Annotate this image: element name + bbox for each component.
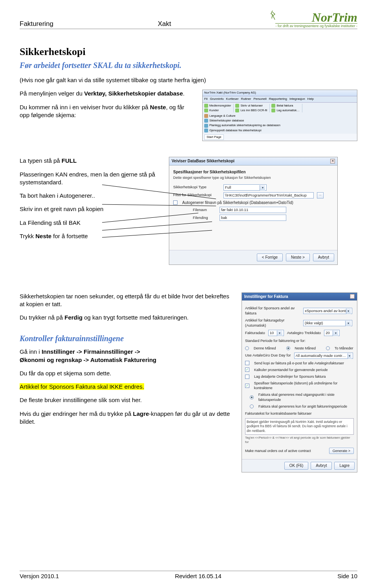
cancel-button[interactable]: Avbryt	[313, 254, 334, 261]
wizard-subheading: Spesifikasjoner for Sikkerhetskopifilen	[173, 169, 333, 175]
chk-sendcopy[interactable]	[245, 361, 249, 365]
useagd-label: Use AvtaleGiro Due Day for	[245, 353, 291, 358]
line-5: La Filending stå til BAK	[20, 219, 161, 227]
logo: NorTrim - for drift av treningssentere o…	[275, 12, 357, 28]
logo-tagline: - for drift av treningssentere og fysika…	[275, 23, 357, 28]
text-label: Fakturatekst for kontraktsbaserte faktur…	[245, 411, 354, 416]
para-6: Gå inn i Innstillinger -> Firmainnstilli…	[20, 348, 234, 364]
footer-page: Side 10	[337, 573, 357, 579]
screenshot-ribbon: NorTrim Xakt (NorTrim Company AS) FilGru…	[202, 90, 357, 141]
line-1: La typen stå på FULL	[20, 157, 161, 165]
ribbon-title: NorTrim Xakt (NorTrim Company AS)	[203, 90, 357, 96]
subtitle: Før arbeidet fortsetter SKAL du ta sikke…	[20, 60, 357, 71]
para-4: Sikkerhetskopien tar noen sekunder, og e…	[20, 292, 234, 309]
path-label: Filsti for Sikkerhetskopi	[173, 193, 220, 198]
filending-input[interactable]: bak	[220, 215, 286, 221]
page-footer: Versjon 2010.1 Revidert 16.05.14 Side 10	[20, 571, 357, 579]
para-8: Artikkel for Sponsors Faktura skal IKKE …	[20, 383, 234, 391]
wizard-desc: Dette steget spesifiserer type og lokasj…	[173, 175, 333, 180]
radio-to[interactable]	[326, 346, 330, 350]
tag-hint: Tag'en <<Period>> & <<Year>> vil angi pe…	[245, 436, 354, 445]
line-6: Trykk Neste for å fortsette	[20, 232, 161, 240]
art1-dropdown[interactable]: xSponsors andel av kontrakt▾	[303, 308, 352, 314]
para-5: Du trykker nå på Ferdig og kan trygt for…	[20, 314, 234, 322]
manual-label: Make manual orders out of active contrac…	[245, 448, 311, 453]
screenshot-wizard: Veiviser DataBase Sikkerhetskopi ✕ Spesi…	[169, 157, 338, 265]
header-mid: Xakt	[158, 20, 171, 28]
filending-label: Filending	[193, 215, 216, 220]
ribbon-menu: FilGrunninfoKortleserRutinerPersonellRap…	[203, 96, 357, 103]
settings-title: Innstillinger for Faktura	[244, 294, 288, 300]
type-dropdown[interactable]: Full▾	[223, 184, 267, 191]
para-2: På menylinjen velger du Verktøy, Sikkerh…	[20, 90, 194, 97]
type-label: Sikkerhetskopi Type	[173, 185, 220, 190]
useagd-dropdown[interactable]: All automatically made contract invoices…	[294, 353, 353, 359]
heading-2: Kontroller fakturainnstillingene	[20, 333, 234, 344]
art2-label: Artikkel for fakturagebyr (Automatisk)	[245, 318, 300, 328]
faktdato-input[interactable]: 10▾	[268, 330, 284, 336]
trekkdato-input[interactable]: 20▾	[324, 330, 340, 336]
art2-dropdown[interactable]: (Ikke valgt)▾	[303, 320, 352, 326]
next-button[interactable]: Neste >	[286, 254, 310, 261]
faktdato-label: Fakturadato	[245, 331, 265, 336]
radio-neste[interactable]	[286, 346, 290, 350]
ok-button[interactable]: OK (F6)	[284, 462, 309, 470]
fakturatekst-textarea[interactable]: Beløpet gjelder treningsavgift på Nortri…	[245, 418, 354, 435]
line-4: Skriv inn et greit navn på kopien	[20, 205, 161, 213]
browse-button[interactable]: ...	[317, 192, 324, 198]
filenavn-label: Filenavn	[193, 208, 216, 213]
logo-text: NorTrim	[312, 10, 357, 24]
header-left: Fakturering	[20, 20, 53, 28]
prev-button[interactable]: < Forrige	[257, 254, 283, 261]
para-7: Du får da opp et skjema som dette.	[20, 369, 234, 377]
radio-angitt[interactable]	[250, 404, 254, 408]
chk-spesifiser[interactable]: ✓	[245, 384, 249, 388]
para-9: De fleste bruker innstillingene slik som…	[20, 396, 234, 404]
close-icon[interactable]: ✕	[330, 159, 335, 164]
autogenerate-label: Autogenerer filnavn på Sikkerhetskopi (D…	[182, 200, 293, 206]
filenavn-input[interactable]: før fakt 10.10.11	[220, 207, 286, 213]
para-10: Hvis du gjør endringer her må du trykke …	[20, 410, 234, 426]
para-3: Du kommer nå inn i en veiviser hvor du k…	[20, 103, 194, 119]
footer-revision: Revidert 16.05.14	[175, 573, 221, 579]
radio-siste[interactable]	[250, 395, 254, 399]
std-period-label: Standard Periode for fakturering er for:	[245, 338, 354, 343]
close-icon[interactable]: ✕	[350, 294, 355, 299]
autogenerate-checkbox[interactable]	[173, 200, 178, 205]
para-1: (Hvis noe går galt kan vi da stille syst…	[20, 76, 357, 84]
art1-label: Artikkel for Sponsors andel av faktura	[245, 306, 300, 316]
trekkdato-label: Avtalegiro Trekkdato	[287, 331, 321, 336]
page-header: Fakturering Xakt NorTrim - for drift av …	[20, 12, 357, 29]
path-input[interactable]: \\HKC30\not$\Programmer\NorTrim\Xakt_Bac…	[223, 192, 314, 198]
save-button[interactable]: Lagre	[334, 462, 355, 470]
line-3: Ta bort haken i Autogenerer..	[20, 192, 161, 200]
screenshot-settings: Innstillinger for Faktura ✕ Artikkel for…	[242, 292, 357, 472]
line-2: Plasseringen KAN endres, men la den gjer…	[20, 171, 161, 187]
radio-denne[interactable]	[245, 346, 249, 350]
footer-version: Versjon 2010.1	[20, 573, 59, 579]
chk-kalkuler[interactable]: ✓	[245, 368, 249, 372]
heading-1: Sikkerhetskopi	[20, 45, 357, 59]
chk-detaljerte[interactable]	[245, 375, 249, 379]
cancel-button-settings[interactable]: Avbryt	[311, 462, 332, 470]
wizard-title: Veiviser DataBase Sikkerhetskopi	[172, 158, 234, 164]
generate-button[interactable]: Generate >	[329, 448, 354, 454]
